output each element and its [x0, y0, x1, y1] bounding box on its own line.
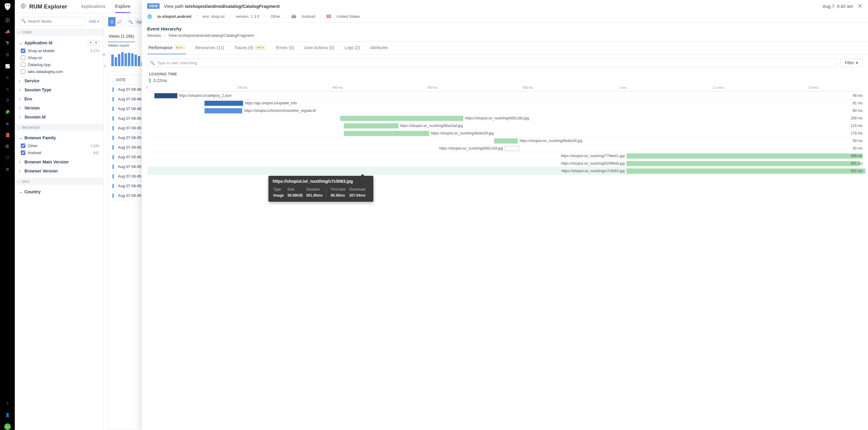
close-drawer-icon[interactable]: ✕: [858, 2, 863, 10]
help-icon[interactable]: ?: [4, 400, 10, 406]
view-detail-drawer: VIEW View path io/shopist/android/catalo…: [142, 0, 868, 430]
panel-tab[interactable]: Traces (9)BETA: [233, 41, 267, 54]
tab-explore[interactable]: Explore: [115, 0, 131, 13]
chart-bar: [134, 55, 137, 66]
meta-country: United States: [337, 14, 360, 19]
filter-icon[interactable]: ≣: [4, 120, 10, 126]
panel-search-input[interactable]: 🔍Type to start searching: [147, 59, 837, 67]
facet-section-geo[interactable]: ⌄GEO: [15, 178, 103, 185]
chart-bar: [111, 55, 114, 66]
view-toggle[interactable]: ☰ 📈: [108, 17, 123, 27]
sort-arrow-icon: ↓: [113, 78, 114, 82]
puzzle-icon[interactable]: 🧩: [4, 109, 10, 115]
filter-button[interactable]: Filter▾: [840, 58, 863, 67]
book-icon[interactable]: 📕: [4, 132, 10, 138]
chart-bar: [131, 53, 134, 66]
funnel-icon: ▾: [856, 60, 858, 65]
facets-sidebar: 🔍 Add + ⌄CORE ⌄Application Id ▾✕ Shop.is…: [15, 13, 104, 430]
facet-country[interactable]: ⌄Country: [19, 187, 99, 196]
gauge-icon[interactable]: ⏱: [4, 97, 10, 103]
add-facet-link[interactable]: Add +: [89, 19, 99, 24]
panel-tab[interactable]: Logs (2): [343, 41, 361, 54]
globe-nav-icon[interactable]: [4, 17, 10, 23]
meta-version: version: 1.3.0: [236, 14, 259, 19]
chart-tab-views[interactable]: Views (1.16k): [108, 32, 135, 42]
facet-item[interactable]: Android642: [21, 149, 99, 156]
nodes-icon[interactable]: ⚛: [4, 74, 10, 81]
waterfall-row[interactable]: https://shopist.io/_nuxt/img/779ee41.jpg…: [147, 152, 863, 160]
waterfall-row[interactable]: https://shopist.io/_nuxt/img/b69116d.jpg…: [147, 145, 863, 152]
binoculars-icon[interactable]: 🔭: [4, 40, 10, 46]
facet-item[interactable]: labs.datadoghq.com-: [21, 68, 99, 75]
chart-icon[interactable]: 📈: [4, 63, 10, 69]
facet-service[interactable]: ›Service: [19, 76, 99, 85]
crumb-session[interactable]: Session: [147, 33, 161, 38]
facet-session-id[interactable]: ›Session Id: [19, 113, 99, 122]
close-icon[interactable]: ✕: [93, 40, 99, 45]
chart-bar: [128, 53, 130, 66]
waterfall-row[interactable]: https://shopist.io/_nuxt/img/b69116d.jpg…: [147, 115, 863, 122]
chart-view-icon[interactable]: 📈: [116, 17, 123, 26]
logo-icon[interactable]: [3, 2, 12, 12]
hierarchy-title: Event Hierarchy: [142, 23, 868, 33]
resource-tooltip: https://shopist.io/_nuxt/img/c7c5083.jpg…: [269, 176, 373, 202]
globe-icon: [20, 3, 26, 10]
axis-tick: 1.2 secs: [712, 86, 723, 89]
panel-tab[interactable]: Resources (11): [194, 41, 225, 54]
facet-version[interactable]: ›Version: [19, 103, 99, 113]
facet-item[interactable]: Datadog App-: [21, 61, 99, 68]
waterfall-row[interactable]: https://shopist.io/_nuxt/img/9ede20f.jpg…: [147, 137, 863, 145]
facet-item[interactable]: Shop.ist-: [21, 54, 99, 61]
chevron-icon: ›: [164, 33, 165, 38]
panel-tab[interactable]: User Actions (0): [303, 41, 335, 54]
axis-tick: 400 ms: [333, 86, 343, 89]
network-icon[interactable]: 🕸: [4, 143, 10, 149]
view-path: View path io/shopist/android/catalog/Cat…: [164, 4, 280, 9]
person-icon[interactable]: 👤: [4, 412, 10, 418]
alert-icon[interactable]: ⚠: [4, 86, 10, 92]
megaphone-icon[interactable]: 📣: [4, 29, 10, 35]
tab-applications[interactable]: Applications: [81, 0, 105, 13]
facet-browser-family[interactable]: ⌄Browser Family: [19, 133, 99, 142]
atom-icon[interactable]: ⚙: [4, 166, 10, 172]
panel-tab[interactable]: Attributes: [369, 41, 389, 54]
waterfall-row[interactable]: https://shopist.io/_nuxt/img/02998dd.jpg…: [147, 160, 863, 167]
crumb-view: View io/shopist/android/catalog/CatalogF…: [168, 33, 254, 38]
view-time: Aug 7, 9:42 am: [823, 4, 853, 9]
facet-browser-main-version[interactable]: ›Browser Main Version: [19, 157, 99, 166]
axis-tick: 1.4 secs: [808, 86, 819, 89]
facet-item[interactable]: Shop.ist Mobile4.27k: [21, 47, 99, 54]
waterfall-chart: 0200 ms400 ms600 ms800 ms1 sec1.2 secs1.…: [142, 86, 868, 175]
us-flag-icon: [326, 15, 331, 18]
facet-item[interactable]: Other3.63k: [21, 142, 99, 149]
waterfall-row[interactable]: https://shopist.io/_nuxt/img/c7c5083.jpg…: [147, 167, 863, 175]
waterfall-row[interactable]: https://shopist.io/category_2.json48 ms: [147, 92, 863, 99]
chart-bar: [121, 52, 124, 66]
search-icon: 🔍: [150, 61, 155, 65]
waterfall-row[interactable]: https://shopist.io/fonts/crimsontext_reg…: [147, 107, 863, 115]
waterfall-row[interactable]: https://shopist.io/_nuxt/img/90a1baf.jpg…: [147, 122, 863, 130]
view-badge: VIEW: [147, 3, 159, 9]
waterfall-row[interactable]: https://shopist.io/_nuxt/img/9ede20f.jpg…: [147, 130, 863, 137]
meta-os: Android: [302, 14, 315, 19]
facet-browser-version[interactable]: ›Browser Version: [19, 166, 99, 176]
funnel-icon[interactable]: ▾: [88, 40, 93, 45]
page-title: RUM Explorer: [29, 3, 67, 10]
left-nav-rail: 📣 🔭 ☰ 📈 ⚛ ⚠ ⏱ 🧩 ≣ 📕 🕸 🛡 ⚙ ? 👤 🐸: [0, 0, 15, 430]
panel-tab[interactable]: PerformanceBETA: [147, 41, 186, 54]
facet-session-type[interactable]: ›Session Type: [19, 85, 99, 94]
user-avatar[interactable]: 🐸: [4, 423, 11, 430]
breadcrumbs: Session › View io/shopist/android/catalo…: [142, 33, 868, 41]
facet-env[interactable]: ›Env: [19, 94, 99, 103]
list-view-icon[interactable]: ☰: [108, 17, 116, 26]
facet-application-id[interactable]: ⌄Application Id ▾✕: [19, 38, 99, 47]
meta-browser: Other: [271, 14, 280, 19]
search-facets-input[interactable]: [19, 17, 85, 26]
panel-tab[interactable]: Errors (0): [275, 41, 295, 54]
list-icon[interactable]: ☰: [4, 52, 10, 58]
chart-bar: [118, 54, 120, 66]
waterfall-row[interactable]: https://api.shopist.io/update_info81 ms: [147, 99, 863, 107]
facet-section-core[interactable]: ⌄CORE: [15, 29, 103, 36]
shield-icon[interactable]: 🛡: [4, 155, 10, 161]
facet-section-browser[interactable]: ⌄BROWSER: [15, 124, 103, 131]
